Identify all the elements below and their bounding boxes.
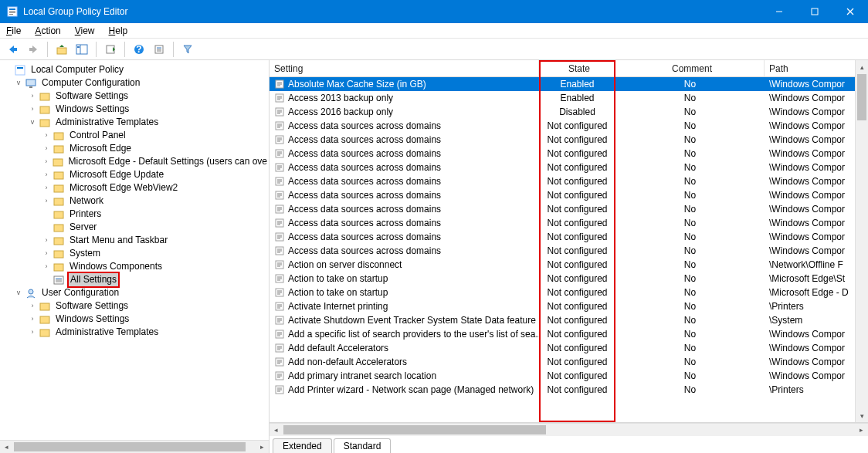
- list-row[interactable]: Access data sources across domainsNot co…: [270, 202, 868, 216]
- collapse-icon[interactable]: v: [14, 289, 23, 298]
- scroll-right-icon[interactable]: ▸: [256, 441, 269, 453]
- scrollbar-thumb[interactable]: [14, 442, 246, 451]
- list-row[interactable]: Action to take on startupNot configuredN…: [270, 286, 868, 299]
- filter-button[interactable]: [179, 41, 196, 58]
- list-row[interactable]: Activate Shutdown Event Tracker System S…: [270, 313, 868, 327]
- column-header-setting[interactable]: Setting: [270, 60, 539, 76]
- list-row[interactable]: Access data sources across domainsNot co…: [270, 244, 868, 258]
- export-list-button[interactable]: [102, 41, 119, 58]
- minimize-button[interactable]: [761, 0, 797, 23]
- menu-view[interactable]: View: [73, 25, 97, 37]
- tree-node-printers[interactable]: Printers: [3, 208, 269, 221]
- list-row[interactable]: Access 2016 backup onlyDisabledNo\Window…: [270, 105, 868, 119]
- tree-node-edge-webview2[interactable]: ›Microsoft Edge WebView2: [3, 181, 269, 194]
- list-row[interactable]: Add default AcceleratorsNot configuredNo…: [270, 341, 868, 355]
- state-value: Enabled: [539, 93, 615, 103]
- tree-node-windows-components[interactable]: ›Windows Components: [3, 260, 269, 273]
- expand-icon[interactable]: ›: [42, 197, 51, 206]
- tree-node-user-windows-settings[interactable]: › Windows Settings: [3, 313, 269, 326]
- tab-standard[interactable]: Standard: [334, 438, 392, 453]
- expand-icon[interactable]: ›: [42, 144, 51, 154]
- collapse-icon[interactable]: v: [28, 118, 37, 127]
- expand-icon[interactable]: ›: [42, 249, 51, 259]
- scrollbar-thumb[interactable]: [857, 74, 866, 120]
- scroll-left-icon[interactable]: ◂: [0, 441, 13, 453]
- tree-node-software-settings[interactable]: › Software Settings: [3, 90, 269, 103]
- close-button[interactable]: [832, 0, 868, 23]
- collapse-icon[interactable]: v: [14, 79, 23, 88]
- state-value: Not configured: [539, 148, 615, 159]
- tree-node-start-menu[interactable]: ›Start Menu and Taskbar: [3, 234, 269, 247]
- scroll-right-icon[interactable]: ▸: [855, 424, 868, 436]
- list-row[interactable]: Access data sources across domainsNot co…: [270, 188, 868, 202]
- svg-rect-10: [13, 48, 17, 51]
- tab-extended[interactable]: Extended: [273, 438, 332, 453]
- list-row[interactable]: Access data sources across domainsNot co…: [270, 147, 868, 161]
- list-row[interactable]: Add non-default AcceleratorsNot configur…: [270, 355, 868, 369]
- tree-node-computer-configuration[interactable]: v Computer Configuration: [3, 76, 269, 90]
- tree-node-edge-update[interactable]: ›Microsoft Edge Update: [3, 168, 269, 181]
- help-button[interactable]: ?: [131, 41, 147, 58]
- expand-icon[interactable]: ›: [42, 236, 51, 245]
- list-row[interactable]: Action on server disconnectNot configure…: [270, 258, 868, 272]
- tree-node-network[interactable]: ›Network: [3, 194, 269, 208]
- list-row[interactable]: Activate Internet printingNot configured…: [270, 299, 868, 313]
- column-header-comment[interactable]: Comment: [615, 60, 765, 76]
- expand-icon[interactable]: ›: [28, 92, 37, 101]
- tree-node-all-settings[interactable]: All Settings: [3, 273, 269, 286]
- scroll-left-icon[interactable]: ◂: [270, 424, 283, 436]
- tree-node-user-configuration[interactable]: v User Configuration: [3, 286, 269, 299]
- toolbar-separator: [47, 42, 48, 57]
- list-row[interactable]: Absolute Max Cache Size (in GB)EnabledNo…: [270, 77, 868, 91]
- list-row[interactable]: Action to take on startupNot configuredN…: [270, 272, 868, 286]
- menu-action[interactable]: Action: [33, 25, 62, 37]
- tree-node-local-computer-policy[interactable]: Local Computer Policy: [3, 63, 269, 76]
- list-vertical-scrollbar[interactable]: ▴ ▾: [855, 60, 868, 422]
- tree-node-user-software-settings[interactable]: › Software Settings: [3, 299, 269, 313]
- expand-icon[interactable]: ›: [42, 131, 51, 140]
- expand-icon[interactable]: ›: [42, 184, 51, 193]
- expand-icon[interactable]: ›: [28, 105, 37, 114]
- expand-icon[interactable]: ›: [42, 157, 50, 167]
- scroll-up-icon[interactable]: ▴: [856, 60, 868, 73]
- list-row[interactable]: Access data sources across domainsNot co…: [270, 216, 868, 230]
- tree-node-admin-templates[interactable]: v Administrative Templates: [3, 116, 269, 129]
- expand-icon[interactable]: ›: [42, 171, 51, 180]
- tree-node-edge[interactable]: ›Microsoft Edge: [3, 142, 269, 155]
- column-header-path[interactable]: Path: [765, 60, 868, 76]
- list-row[interactable]: Access data sources across domainsNot co…: [270, 119, 868, 133]
- tree-node-system[interactable]: ›System: [3, 247, 269, 260]
- list-row[interactable]: Add a specific list of search providers …: [270, 327, 868, 341]
- properties-button[interactable]: [151, 41, 168, 58]
- list-row[interactable]: Access 2013 backup onlyEnabledNo\Windows…: [270, 91, 868, 105]
- menu-help[interactable]: Help: [107, 25, 130, 37]
- tree-node-edge-defaults[interactable]: ›Microsoft Edge - Default Settings (user…: [3, 155, 269, 168]
- list-row[interactable]: Access data sources across domainsNot co…: [270, 133, 868, 147]
- policy-item-icon: [274, 218, 285, 228]
- tree-node-windows-settings[interactable]: › Windows Settings: [3, 103, 269, 116]
- column-header-state[interactable]: State: [539, 60, 615, 76]
- list-row[interactable]: Add Printer wizard - Network scan page (…: [270, 383, 868, 397]
- tree-node-control-panel[interactable]: ›Control Panel: [3, 129, 269, 142]
- expand-icon[interactable]: ›: [42, 262, 51, 272]
- menu-file[interactable]: File: [5, 25, 22, 37]
- list-row[interactable]: Access data sources across domainsNot co…: [270, 230, 868, 244]
- expand-icon[interactable]: ›: [28, 302, 37, 311]
- scroll-down-icon[interactable]: ▾: [856, 409, 868, 422]
- tree-node-server[interactable]: Server: [3, 221, 269, 234]
- up-button[interactable]: [53, 41, 70, 58]
- list-row[interactable]: Add primary intranet search locationNot …: [270, 369, 868, 383]
- show-hide-tree-button[interactable]: [73, 41, 90, 58]
- list-row[interactable]: Access data sources across domainsNot co…: [270, 174, 868, 188]
- expand-icon[interactable]: ›: [28, 328, 37, 337]
- list-row[interactable]: Access data sources across domainsNot co…: [270, 161, 868, 174]
- expand-icon[interactable]: ›: [28, 315, 37, 324]
- list-horizontal-scrollbar[interactable]: ◂ ▸: [270, 423, 868, 436]
- tree-node-user-admin-templates[interactable]: › Administrative Templates: [3, 326, 269, 339]
- maximize-button[interactable]: [797, 0, 832, 23]
- tree-horizontal-scrollbar[interactable]: ◂ ▸: [0, 440, 269, 453]
- back-button[interactable]: [5, 41, 22, 58]
- state-value: Enabled: [539, 79, 615, 90]
- forward-button[interactable]: [25, 41, 42, 58]
- scrollbar-thumb[interactable]: [283, 425, 546, 434]
